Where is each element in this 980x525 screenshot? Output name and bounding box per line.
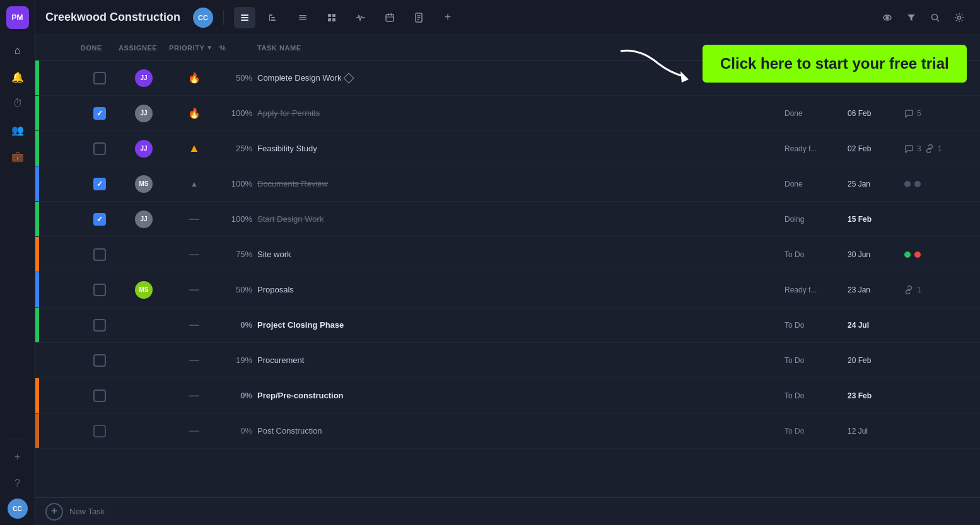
cell-done[interactable]: [81, 389, 119, 402]
svg-rect-7: [299, 15, 306, 16]
cell-date: 12 Jul: [848, 427, 904, 436]
priority-dash-icon: —: [189, 425, 199, 437]
cell-date: 02 Feb: [848, 144, 904, 153]
cell-done[interactable]: [81, 72, 119, 84]
cell-taskname: Procurement: [257, 355, 785, 365]
cell-done[interactable]: [81, 248, 119, 261]
cell-assignee: MS: [119, 281, 169, 299]
cell-date: 24 Jul: [848, 321, 904, 330]
project-avatar: CC: [193, 8, 213, 28]
cell-done[interactable]: [81, 213, 119, 226]
task-name-text: Complete Design Work: [257, 73, 341, 83]
cell-pct: 19%: [219, 355, 257, 365]
sidebar-item-help[interactable]: ?: [6, 472, 29, 495]
app-logo[interactable]: PM: [6, 6, 29, 29]
cell-priority: —: [169, 320, 219, 331]
topbar-icon-doc[interactable]: [408, 7, 429, 28]
cell-done[interactable]: [81, 107, 119, 120]
add-task-label: New Task: [69, 507, 105, 516]
status-dot-gray: [914, 181, 921, 187]
topbar-icon-search[interactable]: [925, 7, 946, 28]
svg-rect-16: [391, 13, 392, 16]
task-checkbox[interactable]: [93, 248, 106, 261]
cell-status: Done: [785, 109, 848, 118]
topbar-icon-filter[interactable]: [901, 7, 922, 28]
task-checkbox[interactable]: [93, 284, 106, 296]
sidebar-item-notifications[interactable]: 🔔: [6, 66, 29, 88]
cell-done[interactable]: [81, 178, 119, 190]
cell-pct: 75%: [219, 250, 257, 259]
topbar-icon-settings[interactable]: [948, 7, 970, 28]
topbar-icon-menu[interactable]: [292, 7, 313, 28]
cell-pct: 0%: [219, 391, 257, 400]
row-indicator: [35, 343, 39, 378]
cell-status: Doing: [785, 215, 848, 224]
priority-sort-icon[interactable]: ▼: [206, 44, 213, 51]
comment-icon: [904, 109, 913, 118]
task-name-text: Start Design Work: [257, 214, 324, 224]
task-checkbox[interactable]: [93, 107, 106, 120]
task-checkbox[interactable]: [93, 425, 106, 437]
cell-date: 20 Feb: [848, 356, 904, 365]
topbar-icon-plus[interactable]: +: [437, 7, 458, 28]
cell-extras: 3 1: [904, 144, 980, 153]
cell-done[interactable]: [81, 425, 119, 437]
topbar-icon-calendar[interactable]: [379, 7, 400, 28]
sidebar-item-home[interactable]: ⌂: [6, 39, 29, 62]
svg-rect-13: [332, 18, 335, 21]
svg-rect-10: [328, 14, 331, 17]
cell-done[interactable]: [81, 354, 119, 367]
topbar-icon-gantt[interactable]: [263, 7, 284, 28]
table-row: JJ — 100% Start Design Work Doing 15 Feb: [35, 202, 980, 237]
task-checkbox[interactable]: [93, 142, 106, 155]
task-checkbox[interactable]: [93, 178, 106, 190]
cell-status: Ready f...: [785, 144, 848, 153]
table-row: MS ▲ 100% Documents Review Done 25 Jan: [35, 166, 980, 202]
svg-rect-3: [270, 14, 272, 16]
cell-assignee: MS: [119, 175, 169, 193]
cta-banner[interactable]: Click here to start your free trial: [703, 45, 967, 83]
status-dot-green: [904, 251, 911, 258]
sidebar-item-time[interactable]: ⏱: [6, 92, 29, 115]
task-checkbox[interactable]: [93, 319, 106, 332]
cell-done[interactable]: [81, 284, 119, 296]
priority-triangle-icon: ▲: [190, 180, 198, 188]
link-icon: [904, 286, 913, 294]
cell-extras: [904, 251, 980, 258]
sidebar-item-add[interactable]: +: [6, 446, 29, 468]
cell-taskname: Prep/Pre-construction: [257, 391, 785, 400]
topbar-icon-list[interactable]: [234, 7, 255, 28]
table-row: JJ 🔥 100% Apply for Permits Done 06 Feb …: [35, 96, 980, 131]
main-content: Creekwood Construction CC +: [35, 0, 980, 525]
cell-extras: 1: [904, 286, 980, 294]
topbar-icon-grid[interactable]: [321, 7, 342, 28]
topbar-icon-eye[interactable]: [877, 7, 898, 28]
table-row: — 0% Project Closing Phase To Do 24 Jul: [35, 308, 980, 343]
task-checkbox[interactable]: [93, 72, 106, 84]
cell-pct: 0%: [219, 426, 257, 436]
cell-taskname: Project Closing Phase: [257, 320, 785, 330]
cell-date: 15 Feb: [848, 215, 904, 224]
task-checkbox[interactable]: [93, 213, 106, 226]
cell-done[interactable]: [81, 319, 119, 332]
task-checkbox[interactable]: [93, 354, 106, 367]
avatar: MS: [135, 281, 153, 299]
sidebar-user-avatar[interactable]: CC: [8, 499, 28, 519]
svg-rect-15: [388, 13, 389, 16]
add-task-row[interactable]: + New Task: [35, 497, 980, 525]
cell-assignee: JJ: [119, 140, 169, 158]
add-task-button[interactable]: +: [45, 503, 63, 521]
cell-taskname: Site work: [257, 250, 785, 259]
topbar-icon-pulse[interactable]: [350, 7, 371, 28]
project-title: Creekwood Construction: [45, 11, 180, 24]
task-checkbox[interactable]: [93, 389, 106, 402]
sidebar-item-people[interactable]: 👥: [6, 118, 29, 141]
cell-status: To Do: [785, 391, 848, 400]
topbar: Creekwood Construction CC +: [35, 0, 980, 35]
table-row: MS — 50% Proposals Ready f... 23 Jan 1: [35, 272, 980, 308]
cell-done[interactable]: [81, 142, 119, 155]
cell-pct: 50%: [219, 73, 257, 83]
cell-priority: ▲: [169, 180, 219, 188]
svg-point-23: [886, 16, 889, 19]
sidebar-item-portfolio[interactable]: 💼: [6, 145, 29, 168]
